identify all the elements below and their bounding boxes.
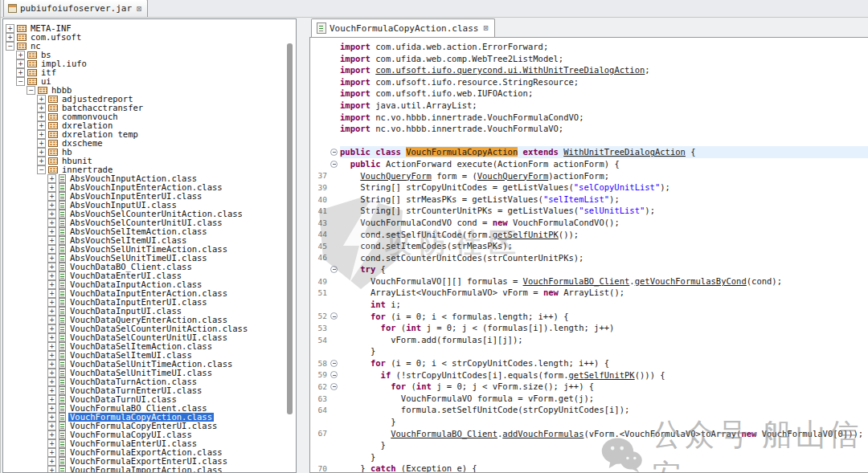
- expand-toggle-icon[interactable]: +: [47, 254, 56, 263]
- expand-toggle-icon[interactable]: +: [47, 316, 56, 324]
- code-text: String[] strCopyUnitCodes = getListValue…: [340, 181, 868, 194]
- code-line: public ActionForward execute(ActionForm …: [310, 158, 868, 170]
- collapse-toggle-icon[interactable]: −: [16, 77, 25, 86]
- fold-collapse-icon[interactable]: [328, 161, 340, 168]
- line-number: 64: [310, 406, 328, 414]
- fold-collapse-icon[interactable]: [328, 149, 340, 156]
- class-icon: [59, 201, 66, 210]
- tree-item[interactable]: +adjustedreport: [3, 95, 283, 104]
- expand-toggle-icon[interactable]: +: [47, 263, 56, 271]
- expand-toggle-icon[interactable]: +: [47, 192, 56, 201]
- tree-item[interactable]: +com.ufsoft: [3, 33, 283, 42]
- expand-toggle-icon[interactable]: +: [47, 422, 56, 430]
- expand-toggle-icon[interactable]: +: [37, 139, 46, 148]
- fold-collapse-icon[interactable]: [328, 383, 340, 390]
- code-line: 63 VouchFormulaVO formula = vForm.get(j)…: [310, 393, 868, 405]
- class-icon: [59, 395, 66, 404]
- expand-toggle-icon[interactable]: +: [16, 59, 25, 68]
- expand-toggle-icon[interactable]: +: [6, 24, 14, 33]
- expand-toggle-icon[interactable]: +: [47, 236, 56, 245]
- fold-collapse-icon[interactable]: [328, 360, 340, 367]
- main-tab-jar[interactable]: pubiufoiufoserver.jar ⊠: [3, 0, 148, 17]
- close-icon[interactable]: ⊠: [137, 5, 141, 13]
- expand-toggle-icon[interactable]: +: [16, 68, 25, 77]
- expand-toggle-icon[interactable]: +: [47, 430, 56, 439]
- expand-toggle-icon[interactable]: +: [47, 342, 56, 351]
- expand-toggle-icon[interactable]: +: [47, 271, 56, 280]
- expand-toggle-icon[interactable]: +: [47, 369, 56, 377]
- class-icon: [59, 457, 66, 466]
- tree-item[interactable]: −ui: [3, 77, 283, 86]
- fold-collapse-icon[interactable]: [328, 312, 340, 320]
- expand-toggle-icon[interactable]: +: [37, 121, 46, 130]
- tree-item[interactable]: +dxscheme: [3, 139, 283, 148]
- expand-toggle-icon[interactable]: +: [37, 95, 46, 104]
- editor-panel: VouchFormulaCopyAction.class ⊠ import co…: [309, 18, 868, 473]
- class-icon: [59, 298, 66, 307]
- expand-toggle-icon[interactable]: +: [47, 386, 56, 395]
- expand-toggle-icon[interactable]: +: [37, 148, 46, 157]
- code-text: String[] strCounterUnitPKs = getListValu…: [340, 205, 868, 217]
- expand-toggle-icon[interactable]: +: [37, 104, 46, 112]
- code-line: 54 vForm.add(formulas[i][j]);: [310, 334, 868, 346]
- code-text: String[] strMeasPKs = getListValues("sel…: [340, 194, 868, 206]
- code-text: cond.setCounterUnitCodes(strCounterUnitP…: [340, 252, 868, 264]
- tree-item[interactable]: −hbbb: [3, 86, 283, 95]
- expand-toggle-icon[interactable]: +: [6, 33, 14, 42]
- package-icon: [48, 166, 58, 173]
- close-icon[interactable]: ⊠: [483, 24, 488, 32]
- code-line: }: [310, 451, 868, 463]
- expand-toggle-icon[interactable]: +: [47, 404, 56, 413]
- expand-toggle-icon[interactable]: +: [47, 307, 56, 316]
- expand-toggle-icon[interactable]: +: [47, 448, 56, 457]
- code-line: 70 } catch (Exception e) {: [310, 463, 868, 473]
- fold-collapse-icon[interactable]: [328, 371, 340, 378]
- class-icon: [59, 360, 66, 369]
- code-line: 59 if (!strCopyUnitCodes[i].equals(form.…: [310, 369, 868, 381]
- line-number: 70: [310, 464, 328, 473]
- expand-toggle-icon[interactable]: +: [47, 395, 56, 404]
- line-number: 37: [310, 171, 328, 180]
- tree-item[interactable]: +hbunit: [3, 157, 283, 165]
- tree-item[interactable]: +dxrelation temp: [3, 130, 283, 139]
- expand-toggle-icon[interactable]: +: [47, 439, 56, 448]
- expand-toggle-icon[interactable]: +: [16, 51, 25, 59]
- expand-toggle-icon[interactable]: +: [47, 333, 56, 342]
- tree-item[interactable]: +VouchFormulaImportAction.class: [3, 466, 283, 473]
- tree-item[interactable]: +commonvouch: [3, 112, 283, 121]
- expand-toggle-icon[interactable]: +: [47, 351, 56, 360]
- expand-toggle-icon[interactable]: +: [47, 413, 56, 422]
- expand-toggle-icon[interactable]: +: [37, 130, 46, 139]
- fold-collapse-icon[interactable]: [328, 266, 340, 273]
- expand-toggle-icon[interactable]: +: [47, 227, 56, 236]
- expand-toggle-icon[interactable]: +: [47, 201, 56, 210]
- tree-scrollbar[interactable]: [287, 43, 293, 414]
- code-area[interactable]: import com.ufida.web.action.ErrorForward…: [309, 37, 868, 473]
- expand-toggle-icon[interactable]: +: [47, 377, 56, 386]
- collapse-toggle-icon[interactable]: −: [37, 165, 46, 174]
- expand-toggle-icon[interactable]: +: [47, 245, 56, 254]
- expand-toggle-icon[interactable]: +: [47, 360, 56, 369]
- expand-toggle-icon[interactable]: +: [47, 324, 56, 333]
- tree-item[interactable]: +hb: [3, 148, 283, 157]
- tree-item[interactable]: +batchacctransfer: [3, 104, 283, 112]
- expand-toggle-icon[interactable]: +: [47, 298, 56, 307]
- package-icon: [48, 104, 58, 112]
- expand-toggle-icon[interactable]: +: [47, 210, 56, 218]
- editor-tab-class[interactable]: VouchFormulaCopyAction.class ⊠: [311, 18, 495, 37]
- expand-toggle-icon[interactable]: +: [47, 457, 56, 466]
- expand-toggle-icon[interactable]: +: [47, 280, 56, 289]
- collapse-toggle-icon[interactable]: −: [6, 42, 14, 51]
- expand-toggle-icon[interactable]: +: [47, 466, 56, 473]
- collapse-toggle-icon[interactable]: −: [27, 86, 35, 95]
- code-line: 52 for (i = 0; i < formulas.length; i++)…: [310, 311, 868, 323]
- expand-toggle-icon[interactable]: +: [37, 157, 46, 165]
- line-number: 67: [310, 429, 328, 438]
- expand-toggle-icon[interactable]: +: [47, 218, 56, 227]
- expand-toggle-icon[interactable]: +: [37, 112, 46, 121]
- line-number: 63: [310, 394, 328, 403]
- expand-toggle-icon[interactable]: +: [47, 174, 56, 183]
- expand-toggle-icon[interactable]: +: [47, 183, 56, 192]
- expand-toggle-icon[interactable]: +: [47, 289, 56, 298]
- tree-item[interactable]: +dxrelation: [3, 121, 283, 130]
